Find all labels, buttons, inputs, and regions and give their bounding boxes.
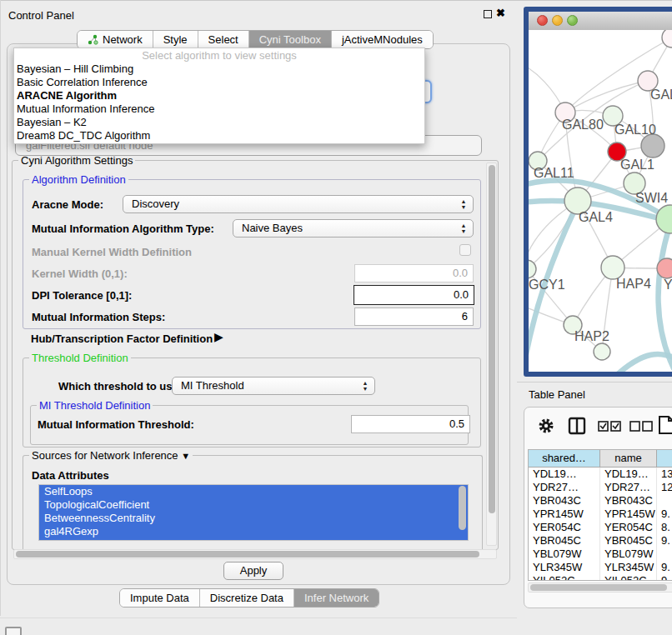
table-cell[interactable]: 9. [657, 508, 672, 521]
table-cell[interactable]: YBR045C [600, 534, 657, 548]
network-node[interactable] [601, 256, 624, 279]
table-cell[interactable]: YBR043C [600, 494, 657, 508]
float-panel-icon[interactable] [484, 10, 492, 18]
which-threshold-combo[interactable]: MI Threshold ▲▼ [172, 377, 375, 395]
table-cell[interactable]: YBL079W [529, 548, 600, 561]
data-attributes-list[interactable]: SelfLoopsTopologicalCoefficientBetweenne… [38, 484, 469, 541]
dpi-tolerance-field[interactable]: 0.0 [354, 285, 474, 305]
table-horizontal-scrollbar[interactable] [528, 582, 672, 592]
dropdown-item[interactable]: Bayesian – Hill Climbing [14, 62, 424, 76]
mi-steps-field[interactable]: 6 [354, 308, 474, 326]
minimize-window-icon[interactable] [552, 15, 563, 26]
column-header[interactable]: name [600, 450, 657, 468]
table-cell[interactable]: YDR27… [600, 481, 657, 494]
deselect-checkboxes-icon[interactable] [629, 421, 653, 432]
close-panel-icon[interactable]: ✖ [496, 7, 505, 19]
dropdown-item[interactable]: Basic Correlation Inference [14, 76, 424, 89]
table-cell[interactable]: YBL079W [600, 548, 657, 561]
network-node[interactable] [662, 30, 672, 48]
table-cell[interactable]: YBR045C [529, 534, 600, 548]
network-node[interactable] [657, 258, 672, 278]
table-cell[interactable]: 12 [657, 481, 672, 494]
attribute-item[interactable]: SelfLoops [39, 485, 468, 498]
settings-vertical-scrollbar-thumb[interactable] [489, 165, 495, 513]
attribute-item[interactable]: TopologicalCoefficient [39, 498, 468, 512]
settings-vertical-scrollbar[interactable] [486, 162, 497, 546]
attribute-item[interactable]: BetweennessCentrality [39, 512, 468, 525]
table-cell[interactable] [657, 548, 672, 561]
close-window-icon[interactable] [537, 15, 548, 26]
aracne-mode-combo[interactable]: Discovery ▲▼ [123, 195, 474, 213]
table-cell[interactable]: 9. [657, 561, 672, 574]
mi-threshold-field[interactable]: 0.5 [351, 415, 470, 433]
dropdown-item[interactable]: Mutual Information Inference [14, 102, 424, 116]
network-canvas[interactable]: GALGAL80GAL10GAL1GAL11SWI4GAL4GCY1HAP4YH… [529, 30, 672, 372]
attributes-scrollbar-thumb[interactable] [459, 486, 466, 530]
columns-icon[interactable] [568, 417, 586, 435]
table-cell[interactable]: YLR345W [600, 561, 657, 574]
panel-grip-icon[interactable] [5, 627, 22, 635]
new-table-icon[interactable] [658, 415, 672, 435]
table-cell[interactable]: YLR345W [529, 561, 600, 574]
dropdown-item[interactable]: ARACNE Algorithm [14, 89, 424, 102]
sources-group-title[interactable]: Sources for Network Inference ▼ [29, 449, 193, 462]
table-row[interactable]: YBR043CYBR043C [529, 494, 672, 508]
network-window-titlebar[interactable] [529, 12, 672, 31]
tab-discretize-data[interactable]: Discretize Data [199, 589, 293, 607]
mi-type-combo[interactable]: Naive Bayes ▲▼ [233, 219, 474, 238]
table-row[interactable]: YBL079WYBL079W [529, 548, 672, 561]
tab-jactivemnodules[interactable]: jActiveMNodules [331, 31, 433, 48]
table-cell[interactable]: 8. [657, 521, 672, 534]
table-cell[interactable]: YER054C [600, 521, 657, 534]
settings-horizontal-scrollbar[interactable] [13, 549, 497, 559]
network-node[interactable] [641, 134, 664, 158]
hub-definition-label[interactable]: Hub/Transcription Factor Definition [31, 332, 213, 345]
table-row[interactable]: YLR345WYLR345W9. [529, 561, 672, 574]
table-cell[interactable]: YER054C [529, 521, 600, 534]
table-cell[interactable]: YDL19… [600, 468, 657, 481]
tab-network[interactable]: Network [78, 31, 153, 48]
collapse-down-icon[interactable]: ▼ [181, 451, 190, 461]
table-row[interactable]: YPR145WYPR145W9. [529, 508, 672, 521]
network-node[interactable] [594, 343, 610, 360]
table-cell[interactable]: 9. [657, 534, 672, 548]
column-header[interactable] [657, 450, 672, 468]
table-row[interactable]: YER054CYER054C8. [529, 521, 672, 534]
manual-kernel-checkbox[interactable] [459, 244, 471, 256]
table-row[interactable]: YDR27…YDR27…12 [529, 481, 672, 494]
zoom-window-icon[interactable] [567, 15, 578, 26]
table-cell[interactable]: YDL19… [529, 468, 600, 481]
tab-select[interactable]: Select [198, 31, 248, 48]
expand-right-icon[interactable]: ▶ [214, 330, 223, 343]
table-horizontal-scrollbar-thumb[interactable] [530, 584, 667, 591]
tab-impute-data[interactable]: Impute Data [120, 589, 199, 607]
table-row[interactable]: YIL052CYIL052C9 [529, 574, 672, 581]
table-cell[interactable] [657, 494, 672, 508]
table-row[interactable]: YDL19…YDL19…13 [529, 468, 672, 481]
settings-horizontal-scrollbar-thumb[interactable] [16, 551, 479, 558]
dropdown-item[interactable]: Dream8 DC_TDC Algorithm [14, 129, 424, 142]
attribute-item[interactable]: gal4RGexp [39, 525, 468, 538]
column-header[interactable]: shared… [529, 450, 600, 468]
gear-icon[interactable] [538, 418, 554, 434]
table-cell[interactable]: 9 [657, 574, 672, 581]
table-cell[interactable]: YDR27… [529, 481, 600, 494]
table-cell[interactable]: YPR145W [600, 508, 657, 521]
dropdown-item[interactable]: Bayesian – K2 [14, 116, 424, 129]
tab-cyni-toolbox[interactable]: Cyni Toolbox [248, 31, 331, 48]
apply-button[interactable]: Apply [223, 562, 283, 580]
network-view-window[interactable]: GALGAL80GAL10GAL1GAL11SWI4GAL4GCY1HAP4YH… [524, 7, 672, 377]
tab-style[interactable]: Style [153, 31, 198, 48]
select-all-checkboxes-icon[interactable] [598, 421, 621, 432]
table-row[interactable]: YBR045CYBR045C9. [529, 534, 672, 548]
table-cell[interactable]: 13 [657, 468, 672, 481]
table-cell[interactable]: YIL052C [529, 574, 600, 581]
table-cell[interactable]: YBR043C [529, 494, 600, 508]
node-table[interactable]: shared…name YDL19…YDL19…13YDR27…YDR27…12… [528, 449, 672, 581]
network-node-label: GCY1 [529, 278, 565, 292]
panel-tabs: NetworkStyleSelectCyni ToolboxjActiveMNo… [77, 30, 434, 49]
tab-infer-network[interactable]: Infer Network [293, 589, 379, 607]
table-cell[interactable]: YIL052C [600, 574, 657, 581]
attribute-item[interactable] [39, 538, 468, 541]
table-cell[interactable]: YPR145W [529, 508, 600, 521]
